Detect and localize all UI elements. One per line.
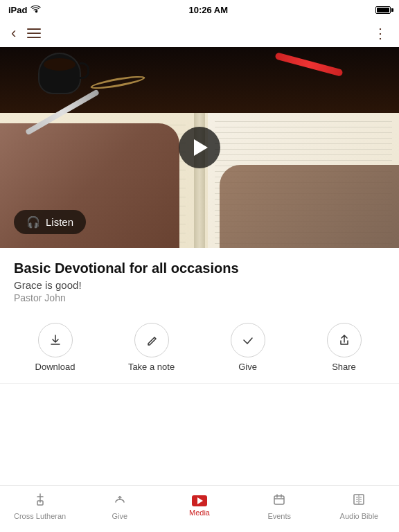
download-icon — [48, 333, 62, 347]
share-button[interactable]: Share — [317, 323, 372, 372]
play-button[interactable] — [179, 127, 220, 168]
give-tab-icon — [113, 493, 127, 510]
tab-events[interactable]: Events — [240, 493, 319, 520]
tab-church-label: Cross Lutheran — [14, 512, 66, 520]
action-buttons: Download Take a note Give Share — [0, 317, 399, 384]
back-button[interactable]: ‹ — [11, 24, 16, 42]
take-note-button[interactable]: Take a note — [124, 323, 179, 372]
give-label: Give — [238, 362, 257, 372]
wifi-icon — [30, 5, 41, 15]
menu-button[interactable] — [27, 28, 41, 38]
nav-bar: ‹ ⋮ — [0, 19, 399, 47]
give-icon — [241, 333, 255, 347]
status-bar: iPad 10:26 AM — [0, 0, 399, 19]
sermon-title: Basic Devotional for all occasions — [14, 260, 385, 276]
svg-rect-3 — [274, 496, 284, 504]
media-tab-icon — [192, 495, 207, 506]
status-time: 10:26 AM — [188, 5, 228, 15]
note-icon-circle — [134, 323, 169, 357]
note-label: Take a note — [128, 362, 175, 372]
give-button[interactable]: Give — [220, 323, 276, 372]
status-right — [375, 6, 391, 14]
more-button[interactable]: ⋮ — [373, 25, 388, 42]
note-icon — [145, 333, 159, 347]
tab-church[interactable]: Cross Lutheran — [0, 493, 80, 520]
listen-label: Listen — [46, 216, 73, 228]
tab-events-label: Events — [267, 512, 291, 520]
sermon-subtitle: Grace is good! — [14, 279, 385, 291]
content-area: Basic Devotional for all occasions Grace… — [0, 248, 399, 303]
share-icon — [337, 333, 351, 347]
share-icon-circle — [327, 323, 362, 357]
tab-bible[interactable]: Audio Bible — [319, 493, 399, 520]
download-label: Download — [35, 362, 76, 372]
status-left: iPad — [8, 5, 41, 15]
tab-media[interactable]: Media — [159, 495, 239, 517]
tab-give-label: Give — [112, 512, 127, 520]
tab-give[interactable]: Give — [80, 493, 159, 520]
bible-tab-icon — [352, 493, 366, 510]
share-label: Share — [332, 362, 356, 372]
battery-icon — [375, 6, 391, 14]
listen-button[interactable]: 🎧 Listen — [14, 210, 86, 234]
events-tab-icon — [272, 493, 286, 510]
church-icon — [33, 493, 47, 510]
download-button[interactable]: Download — [28, 323, 83, 372]
nav-left: ‹ — [11, 24, 41, 42]
tab-bar: Cross Lutheran Give Media — [0, 485, 399, 532]
give-icon-circle — [231, 323, 265, 357]
headphone-icon: 🎧 — [26, 215, 40, 229]
sermon-author: Pastor John — [14, 292, 385, 303]
device-label: iPad — [8, 5, 27, 15]
hero-image: 🎧 Listen — [0, 47, 399, 248]
tab-bible-label: Audio Bible — [340, 512, 379, 520]
play-icon — [194, 139, 208, 156]
tab-media-label: Media — [189, 508, 210, 517]
download-icon-circle — [38, 323, 73, 357]
